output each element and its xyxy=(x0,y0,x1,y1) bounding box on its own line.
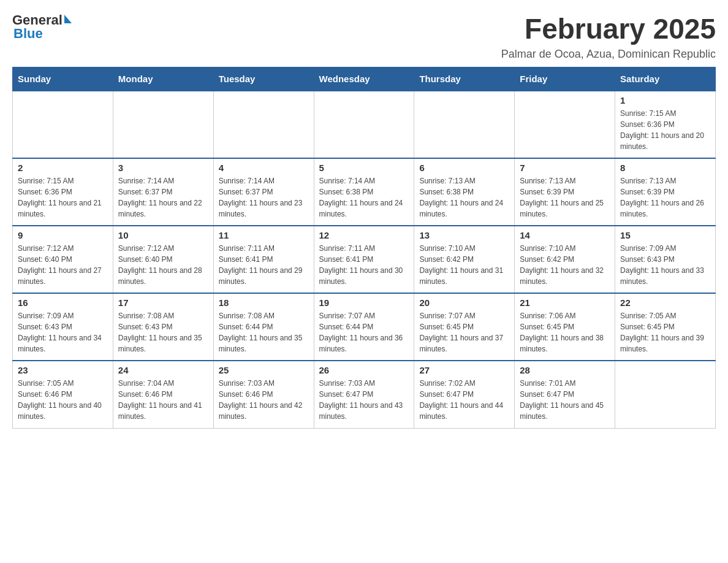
calendar-cell: 3Sunrise: 7:14 AM Sunset: 6:37 PM Daylig… xyxy=(113,158,213,226)
calendar-cell: 18Sunrise: 7:08 AM Sunset: 6:44 PM Dayli… xyxy=(213,293,314,361)
calendar-cell: 14Sunrise: 7:10 AM Sunset: 6:42 PM Dayli… xyxy=(515,226,615,293)
calendar-table: SundayMondayTuesdayWednesdayThursdayFrid… xyxy=(12,67,716,429)
calendar-cell: 6Sunrise: 7:13 AM Sunset: 6:38 PM Daylig… xyxy=(414,158,515,226)
day-number: 28 xyxy=(520,365,610,375)
calendar-cell: 13Sunrise: 7:10 AM Sunset: 6:42 PM Dayli… xyxy=(414,226,515,293)
day-number: 2 xyxy=(18,163,108,173)
calendar-cell xyxy=(314,91,414,158)
calendar-cell: 21Sunrise: 7:06 AM Sunset: 6:45 PM Dayli… xyxy=(515,293,615,361)
calendar-cell: 4Sunrise: 7:14 AM Sunset: 6:37 PM Daylig… xyxy=(213,158,314,226)
day-number: 1 xyxy=(620,95,710,105)
day-info: Sunrise: 7:07 AM Sunset: 6:45 PM Dayligh… xyxy=(419,310,509,354)
day-number: 14 xyxy=(520,230,610,240)
calendar-cell: 15Sunrise: 7:09 AM Sunset: 6:43 PM Dayli… xyxy=(615,226,716,293)
calendar-title: February 2025 xyxy=(501,12,716,45)
logo-triangle-icon xyxy=(64,15,72,23)
calendar-cell: 25Sunrise: 7:03 AM Sunset: 6:46 PM Dayli… xyxy=(213,361,314,428)
weekday-header-friday: Friday xyxy=(515,67,615,91)
calendar-cell: 12Sunrise: 7:11 AM Sunset: 6:41 PM Dayli… xyxy=(314,226,414,293)
calendar-cell: 2Sunrise: 7:15 AM Sunset: 6:36 PM Daylig… xyxy=(13,158,113,226)
day-number: 6 xyxy=(419,163,509,173)
day-info: Sunrise: 7:03 AM Sunset: 6:47 PM Dayligh… xyxy=(319,378,409,422)
weekday-header-thursday: Thursday xyxy=(414,67,515,91)
calendar-cell: 26Sunrise: 7:03 AM Sunset: 6:47 PM Dayli… xyxy=(314,361,414,428)
calendar-cell xyxy=(414,91,515,158)
page-header: General Blue February 2025 Palmar de Oco… xyxy=(12,12,716,61)
day-number: 3 xyxy=(118,163,208,173)
day-number: 24 xyxy=(118,365,208,375)
calendar-cell xyxy=(13,91,113,158)
day-info: Sunrise: 7:01 AM Sunset: 6:47 PM Dayligh… xyxy=(520,378,610,422)
day-number: 18 xyxy=(219,297,309,308)
week-row-1: 1Sunrise: 7:15 AM Sunset: 6:36 PM Daylig… xyxy=(13,91,716,158)
calendar-cell: 20Sunrise: 7:07 AM Sunset: 6:45 PM Dayli… xyxy=(414,293,515,361)
day-number: 16 xyxy=(18,297,108,308)
day-info: Sunrise: 7:08 AM Sunset: 6:44 PM Dayligh… xyxy=(219,310,309,354)
calendar-cell: 19Sunrise: 7:07 AM Sunset: 6:44 PM Dayli… xyxy=(314,293,414,361)
logo: General Blue xyxy=(12,12,72,42)
calendar-cell xyxy=(615,361,716,428)
day-info: Sunrise: 7:15 AM Sunset: 6:36 PM Dayligh… xyxy=(18,175,108,220)
calendar-cell: 24Sunrise: 7:04 AM Sunset: 6:46 PM Dayli… xyxy=(113,361,213,428)
day-number: 4 xyxy=(219,163,309,173)
day-info: Sunrise: 7:04 AM Sunset: 6:46 PM Dayligh… xyxy=(118,378,208,422)
calendar-cell xyxy=(213,91,314,158)
day-number: 27 xyxy=(419,365,509,375)
day-info: Sunrise: 7:03 AM Sunset: 6:46 PM Dayligh… xyxy=(219,378,309,422)
calendar-cell: 16Sunrise: 7:09 AM Sunset: 6:43 PM Dayli… xyxy=(13,293,113,361)
day-info: Sunrise: 7:14 AM Sunset: 6:37 PM Dayligh… xyxy=(118,175,208,220)
day-info: Sunrise: 7:14 AM Sunset: 6:38 PM Dayligh… xyxy=(319,175,409,220)
day-info: Sunrise: 7:12 AM Sunset: 6:40 PM Dayligh… xyxy=(118,243,208,287)
day-number: 11 xyxy=(219,230,309,240)
weekday-header-tuesday: Tuesday xyxy=(213,67,314,91)
day-number: 25 xyxy=(219,365,309,375)
calendar-subtitle: Palmar de Ocoa, Azua, Dominican Republic xyxy=(501,48,716,61)
day-info: Sunrise: 7:08 AM Sunset: 6:43 PM Dayligh… xyxy=(118,310,208,354)
calendar-cell xyxy=(515,91,615,158)
calendar-cell: 22Sunrise: 7:05 AM Sunset: 6:45 PM Dayli… xyxy=(615,293,716,361)
day-number: 8 xyxy=(620,163,710,173)
day-number: 19 xyxy=(319,297,409,308)
calendar-cell: 5Sunrise: 7:14 AM Sunset: 6:38 PM Daylig… xyxy=(314,158,414,226)
week-row-2: 2Sunrise: 7:15 AM Sunset: 6:36 PM Daylig… xyxy=(13,158,716,226)
calendar-cell: 9Sunrise: 7:12 AM Sunset: 6:40 PM Daylig… xyxy=(13,226,113,293)
title-section: February 2025 Palmar de Ocoa, Azua, Domi… xyxy=(501,12,716,61)
day-info: Sunrise: 7:05 AM Sunset: 6:46 PM Dayligh… xyxy=(18,378,108,422)
day-info: Sunrise: 7:11 AM Sunset: 6:41 PM Dayligh… xyxy=(319,243,409,287)
day-info: Sunrise: 7:13 AM Sunset: 6:39 PM Dayligh… xyxy=(520,175,610,220)
calendar-cell xyxy=(113,91,213,158)
calendar-cell: 11Sunrise: 7:11 AM Sunset: 6:41 PM Dayli… xyxy=(213,226,314,293)
day-number: 13 xyxy=(419,230,509,240)
day-info: Sunrise: 7:09 AM Sunset: 6:43 PM Dayligh… xyxy=(18,310,108,354)
day-number: 10 xyxy=(118,230,208,240)
calendar-cell: 23Sunrise: 7:05 AM Sunset: 6:46 PM Dayli… xyxy=(13,361,113,428)
calendar-cell: 28Sunrise: 7:01 AM Sunset: 6:47 PM Dayli… xyxy=(515,361,615,428)
day-number: 7 xyxy=(520,163,610,173)
day-number: 15 xyxy=(620,230,710,240)
calendar-cell: 10Sunrise: 7:12 AM Sunset: 6:40 PM Dayli… xyxy=(113,226,213,293)
day-number: 17 xyxy=(118,297,208,308)
day-info: Sunrise: 7:15 AM Sunset: 6:36 PM Dayligh… xyxy=(620,108,710,152)
calendar-cell: 17Sunrise: 7:08 AM Sunset: 6:43 PM Dayli… xyxy=(113,293,213,361)
week-row-4: 16Sunrise: 7:09 AM Sunset: 6:43 PM Dayli… xyxy=(13,293,716,361)
calendar-cell: 1Sunrise: 7:15 AM Sunset: 6:36 PM Daylig… xyxy=(615,91,716,158)
weekday-header-wednesday: Wednesday xyxy=(314,67,414,91)
day-info: Sunrise: 7:09 AM Sunset: 6:43 PM Dayligh… xyxy=(620,243,710,287)
calendar-cell: 7Sunrise: 7:13 AM Sunset: 6:39 PM Daylig… xyxy=(515,158,615,226)
day-info: Sunrise: 7:14 AM Sunset: 6:37 PM Dayligh… xyxy=(219,175,309,220)
day-info: Sunrise: 7:10 AM Sunset: 6:42 PM Dayligh… xyxy=(419,243,509,287)
day-number: 5 xyxy=(319,163,409,173)
calendar-cell: 27Sunrise: 7:02 AM Sunset: 6:47 PM Dayli… xyxy=(414,361,515,428)
day-number: 22 xyxy=(620,297,710,308)
day-number: 23 xyxy=(18,365,108,375)
day-info: Sunrise: 7:05 AM Sunset: 6:45 PM Dayligh… xyxy=(620,310,710,354)
weekday-header-saturday: Saturday xyxy=(615,67,716,91)
weekday-header-monday: Monday xyxy=(113,67,213,91)
day-number: 26 xyxy=(319,365,409,375)
day-number: 21 xyxy=(520,297,610,308)
week-row-3: 9Sunrise: 7:12 AM Sunset: 6:40 PM Daylig… xyxy=(13,226,716,293)
day-info: Sunrise: 7:13 AM Sunset: 6:38 PM Dayligh… xyxy=(419,175,509,220)
calendar-cell: 8Sunrise: 7:13 AM Sunset: 6:39 PM Daylig… xyxy=(615,158,716,226)
logo-text-blue: Blue xyxy=(13,26,43,42)
day-info: Sunrise: 7:11 AM Sunset: 6:41 PM Dayligh… xyxy=(219,243,309,287)
